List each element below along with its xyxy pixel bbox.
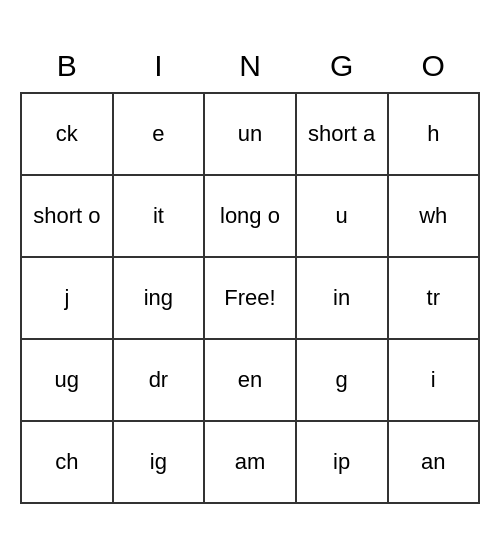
bingo-cell-2-2: Free! xyxy=(204,257,296,339)
bingo-cell-2-4: tr xyxy=(388,257,480,339)
bingo-cell-0-3: short a xyxy=(296,93,388,175)
bingo-cell-3-2: en xyxy=(204,339,296,421)
bingo-cell-1-0: short o xyxy=(21,175,113,257)
bingo-cell-0-0: ck xyxy=(21,93,113,175)
bingo-cell-3-3: g xyxy=(296,339,388,421)
bingo-cell-3-0: ug xyxy=(21,339,113,421)
header-col-i: I xyxy=(113,41,204,93)
header-col-o: O xyxy=(388,41,480,93)
bingo-cell-3-4: i xyxy=(388,339,480,421)
bingo-cell-4-1: ig xyxy=(113,421,204,503)
bingo-cell-1-4: wh xyxy=(388,175,480,257)
bingo-cell-1-1: it xyxy=(113,175,204,257)
bingo-cell-0-4: h xyxy=(388,93,480,175)
bingo-cell-3-1: dr xyxy=(113,339,204,421)
bingo-row-3: ugdrengi xyxy=(21,339,479,421)
bingo-card: BINGO ckeunshort ahshort oitlong ouwhjin… xyxy=(20,41,480,504)
bingo-cell-4-3: ip xyxy=(296,421,388,503)
bingo-cell-4-4: an xyxy=(388,421,480,503)
header-col-g: G xyxy=(296,41,388,93)
bingo-cell-2-0: j xyxy=(21,257,113,339)
bingo-cell-1-2: long o xyxy=(204,175,296,257)
bingo-cell-4-0: ch xyxy=(21,421,113,503)
bingo-row-4: chigamipan xyxy=(21,421,479,503)
bingo-cell-2-3: in xyxy=(296,257,388,339)
bingo-cell-1-3: u xyxy=(296,175,388,257)
bingo-cell-2-1: ing xyxy=(113,257,204,339)
bingo-cell-0-2: un xyxy=(204,93,296,175)
header-col-n: N xyxy=(204,41,296,93)
bingo-row-2: jingFree!intr xyxy=(21,257,479,339)
bingo-cell-0-1: e xyxy=(113,93,204,175)
bingo-row-1: short oitlong ouwh xyxy=(21,175,479,257)
header-col-b: B xyxy=(21,41,113,93)
bingo-row-0: ckeunshort ah xyxy=(21,93,479,175)
header-row: BINGO xyxy=(21,41,479,93)
bingo-cell-4-2: am xyxy=(204,421,296,503)
